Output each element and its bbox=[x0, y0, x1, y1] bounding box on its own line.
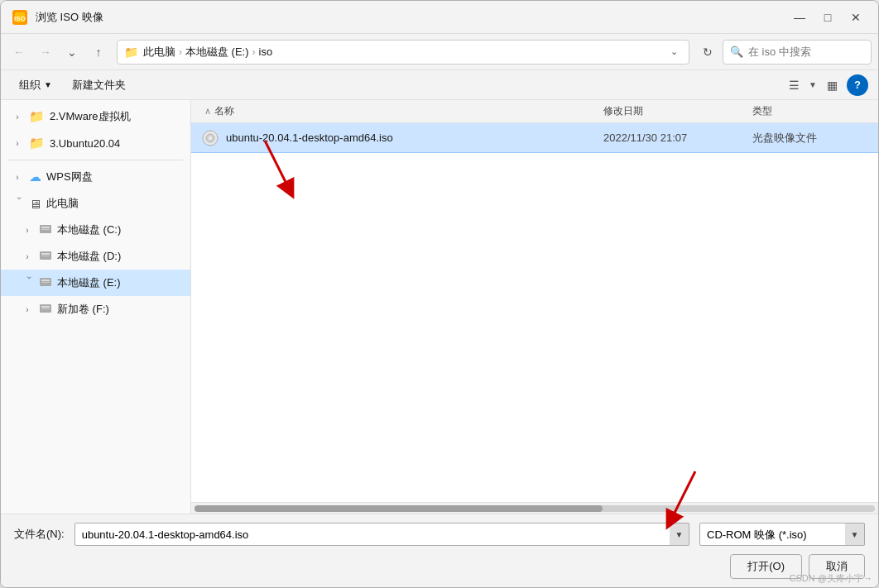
file-type-iso: 光盘映像文件 bbox=[752, 131, 868, 146]
svg-point-17 bbox=[209, 136, 212, 140]
file-list-header: ∧ 名称 修改日期 类型 bbox=[191, 100, 878, 123]
forward-button[interactable]: → bbox=[34, 41, 57, 64]
dialog-title: 浏览 ISO 映像 bbox=[36, 10, 787, 25]
title-bar: ISO 浏览 ISO 映像 — □ ✕ bbox=[1, 1, 878, 34]
filename-dropdown-button[interactable]: ▼ bbox=[670, 523, 689, 546]
sidebar-item-drive-e[interactable]: › 本地磁盘 (E:) bbox=[1, 270, 190, 296]
drive-icon-c bbox=[39, 222, 52, 238]
drive-icon-d bbox=[39, 249, 52, 265]
window-controls: — □ ✕ bbox=[787, 7, 868, 28]
computer-icon: 🖥 bbox=[29, 197, 41, 211]
expand-icon-vmware: › bbox=[11, 110, 24, 123]
file-list-body: ubuntu-20.04.1-desktop-amd64.iso 2022/11… bbox=[191, 123, 878, 502]
svg-rect-5 bbox=[41, 229, 50, 230]
back-button[interactable]: ← bbox=[7, 41, 31, 64]
scrollbar-track[interactable] bbox=[195, 505, 875, 512]
expand-icon-f: › bbox=[21, 303, 34, 316]
svg-text:ISO: ISO bbox=[14, 15, 26, 22]
expand-icon-d: › bbox=[21, 250, 34, 263]
col-header-name[interactable]: 名称 bbox=[214, 104, 603, 118]
navigation-bar: ← → ⌄ ↑ 📁 此电脑 › 本地磁盘 (E:) › iso ⌄ ↻ 🔍 bbox=[1, 34, 878, 70]
drive-icon-e bbox=[39, 275, 52, 291]
help-button[interactable]: ? bbox=[847, 74, 868, 96]
svg-rect-13 bbox=[41, 306, 50, 308]
filename-input[interactable] bbox=[74, 523, 689, 546]
sidebar-item-thispc[interactable]: › 🖥 此电脑 bbox=[1, 190, 190, 217]
app-icon: ISO bbox=[11, 8, 29, 26]
svg-rect-7 bbox=[41, 253, 50, 255]
svg-rect-8 bbox=[41, 256, 50, 256]
sort-indicator: ∧ bbox=[201, 106, 214, 117]
view-list-button[interactable]: ☰ bbox=[782, 74, 805, 97]
svg-rect-14 bbox=[41, 308, 50, 309]
scrollbar-thumb[interactable] bbox=[195, 505, 603, 512]
maximize-button[interactable]: □ bbox=[815, 7, 840, 28]
search-input[interactable] bbox=[748, 45, 879, 58]
breadcrumb-thispc[interactable]: 此电脑 bbox=[143, 45, 175, 60]
breadcrumb-iso[interactable]: iso bbox=[259, 45, 273, 58]
sidebar-item-drive-f[interactable]: › 新加卷 (F:) bbox=[1, 296, 190, 323]
close-button[interactable]: ✕ bbox=[843, 7, 868, 28]
expand-icon-e: › bbox=[21, 276, 34, 289]
breadcrumb: 此电脑 › 本地磁盘 (E:) › iso bbox=[143, 45, 660, 60]
sidebar-label-vmware: 2.VMware虚拟机 bbox=[50, 109, 131, 124]
view-pane-button[interactable]: ▦ bbox=[820, 74, 843, 97]
file-name-iso: ubuntu-20.04.1-desktop-amd64.iso bbox=[226, 131, 603, 144]
toolbar: 组织 ▼ 新建文件夹 ☰ ▼ ▦ ? bbox=[1, 70, 878, 100]
sidebar-divider-1 bbox=[7, 160, 184, 160]
address-folder-icon: 📁 bbox=[124, 45, 138, 59]
filename-label: 文件名(N): bbox=[14, 527, 65, 542]
svg-rect-10 bbox=[41, 280, 50, 281]
sidebar-label-ubuntu: 3.Ubuntu20.04 bbox=[50, 137, 120, 150]
minimize-button[interactable]: — bbox=[787, 7, 812, 28]
col-header-date[interactable]: 修改日期 bbox=[603, 104, 752, 118]
sidebar-item-wps[interactable]: › ☁ WPS网盘 bbox=[1, 164, 190, 190]
action-row: 打开(O) 取消 bbox=[14, 554, 865, 579]
sidebar-label-e: 本地磁盘 (E:) bbox=[57, 275, 121, 290]
sidebar-item-drive-d[interactable]: › 本地磁盘 (D:) bbox=[1, 243, 190, 270]
search-icon: 🔍 bbox=[730, 45, 743, 58]
filetype-select-wrap: CD-ROM 映像 (*.iso) ▼ bbox=[699, 523, 865, 546]
svg-rect-11 bbox=[41, 282, 50, 283]
new-folder-button[interactable]: 新建文件夹 bbox=[64, 74, 134, 97]
horizontal-scrollbar[interactable] bbox=[191, 502, 878, 514]
filename-row: 文件名(N): ▼ CD-ROM 映像 (*.iso) ▼ bbox=[14, 523, 865, 546]
main-content: › 📁 2.VMware虚拟机 › 📁 3.Ubuntu20.04 › ☁ WP… bbox=[1, 100, 878, 514]
file-icon-iso bbox=[201, 129, 219, 147]
svg-rect-4 bbox=[41, 227, 50, 228]
expand-icon-thispc: › bbox=[11, 197, 24, 210]
breadcrumb-drive-e[interactable]: 本地磁盘 (E:) bbox=[185, 45, 249, 60]
table-row[interactable]: ubuntu-20.04.1-desktop-amd64.iso 2022/11… bbox=[191, 123, 878, 153]
col-header-type[interactable]: 类型 bbox=[752, 104, 868, 118]
sidebar-label-wps: WPS网盘 bbox=[46, 170, 93, 184]
sidebar-label-f: 新加卷 (F:) bbox=[57, 302, 109, 317]
folder-icon-ubuntu: 📁 bbox=[29, 136, 45, 151]
view-dropdown-icon: ▼ bbox=[809, 80, 817, 89]
sidebar-label-c: 本地磁盘 (C:) bbox=[57, 222, 121, 237]
organize-dropdown-icon: ▼ bbox=[44, 80, 52, 89]
expand-icon-wps: › bbox=[11, 170, 24, 184]
cloud-icon-wps: ☁ bbox=[29, 170, 41, 184]
folder-icon-vmware: 📁 bbox=[29, 109, 45, 124]
sidebar-item-vmware[interactable]: › 📁 2.VMware虚拟机 bbox=[1, 103, 190, 130]
expand-icon-c: › bbox=[21, 223, 34, 237]
up-button[interactable]: ↑ bbox=[87, 41, 110, 64]
sidebar-label-thispc: 此电脑 bbox=[46, 196, 79, 211]
file-date-iso: 2022/11/30 21:07 bbox=[603, 131, 752, 144]
search-box[interactable]: 🔍 bbox=[723, 40, 872, 65]
refresh-button[interactable]: ↻ bbox=[696, 41, 719, 64]
address-bar[interactable]: 📁 此电脑 › 本地磁盘 (E:) › iso ⌄ bbox=[117, 40, 689, 65]
address-dropdown-icon[interactable]: ⌄ bbox=[665, 46, 682, 57]
bottom-bar: 文件名(N): ▼ CD-ROM 映像 (*.iso) ▼ 打开(O) 取消 bbox=[1, 514, 878, 587]
filetype-select[interactable]: CD-ROM 映像 (*.iso) bbox=[699, 523, 865, 546]
organize-button[interactable]: 组织 ▼ bbox=[11, 74, 60, 97]
filename-input-wrap: ▼ bbox=[74, 523, 689, 546]
sidebar-item-ubuntu[interactable]: › 📁 3.Ubuntu20.04 bbox=[1, 130, 190, 156]
watermark: CSDN @头疼小宇→ bbox=[790, 572, 872, 585]
sidebar-label-d: 本地磁盘 (D:) bbox=[57, 249, 121, 264]
nav-down-button[interactable]: ⌄ bbox=[60, 41, 84, 64]
expand-icon-ubuntu: › bbox=[11, 136, 24, 150]
drive-icon-f bbox=[39, 302, 52, 318]
sidebar-item-drive-c[interactable]: › 本地磁盘 (C:) bbox=[1, 217, 190, 243]
file-pane: ∧ 名称 修改日期 类型 bbox=[191, 100, 878, 514]
